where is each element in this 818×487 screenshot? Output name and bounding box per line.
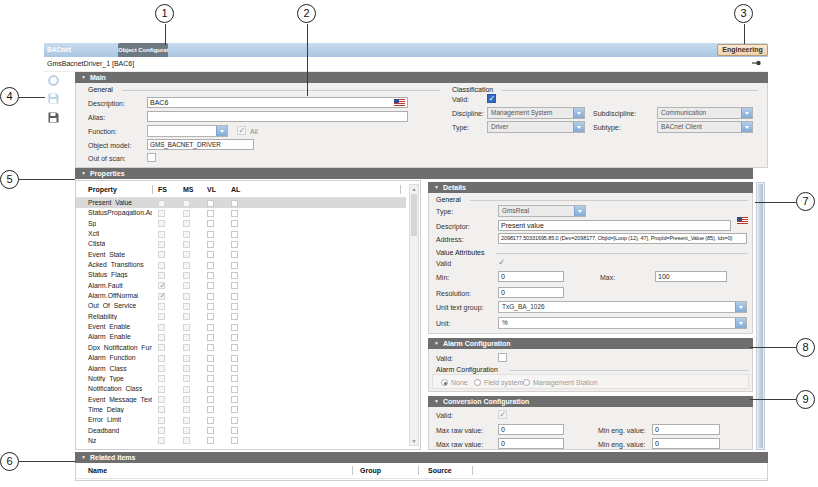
checkbox-vl[interactable]	[207, 293, 214, 300]
checkbox-vl[interactable]	[207, 282, 214, 289]
save-as-icon[interactable]	[47, 111, 60, 124]
table-row[interactable]: Dpx_Notification_Function_S	[76, 343, 406, 353]
table-row[interactable]: Notification_Class	[76, 384, 406, 394]
checkbox-al[interactable]	[231, 417, 238, 424]
out-of-scan-checkbox[interactable]	[147, 153, 156, 162]
checkbox-al[interactable]	[231, 231, 238, 238]
checkbox-ms[interactable]	[183, 406, 190, 413]
checkbox-ms[interactable]	[183, 272, 190, 279]
checkbox-al[interactable]	[231, 334, 238, 341]
checkbox-fs[interactable]	[158, 231, 165, 238]
save-icon[interactable]	[47, 92, 60, 105]
circle-icon[interactable]	[47, 74, 60, 87]
object-model-input[interactable]: GMS_BACNET_DRIVER	[147, 139, 254, 150]
column-header-vl[interactable]: VL	[207, 186, 216, 193]
section-header-conversion-configuration[interactable]: ▼Conversion Configuration	[428, 396, 753, 407]
radio-none[interactable]	[441, 379, 448, 386]
unit-dropdown[interactable]: %	[498, 317, 747, 329]
scroll-up-icon[interactable]: ▲	[410, 185, 418, 193]
checkbox-al[interactable]	[231, 293, 238, 300]
chevron-down-icon[interactable]	[741, 122, 752, 132]
checkbox-fs[interactable]	[158, 262, 165, 269]
checkbox-fs[interactable]	[158, 313, 165, 320]
checkbox-vl[interactable]	[207, 241, 214, 248]
checkbox-fs[interactable]	[158, 427, 165, 434]
checkbox-al[interactable]	[231, 220, 238, 227]
checkbox-ms[interactable]	[183, 282, 190, 289]
table-row[interactable]: Sp	[76, 219, 406, 229]
section-header-details[interactable]: ▼Details	[428, 182, 753, 193]
column-header-name[interactable]: Name	[88, 467, 107, 474]
column-header-ms[interactable]: MS	[183, 186, 194, 193]
subtype-dropdown[interactable]: BACnet Client	[657, 121, 753, 133]
checkbox-vl[interactable]	[207, 231, 214, 238]
checkbox-ms[interactable]	[183, 200, 190, 207]
checkbox-ms[interactable]	[183, 293, 190, 300]
checkbox-vl[interactable]	[207, 437, 214, 444]
checkbox-al[interactable]	[231, 210, 238, 217]
checkbox-ms[interactable]	[183, 231, 190, 238]
table-row[interactable]: Deadband	[76, 426, 406, 436]
checkbox-vl[interactable]	[207, 365, 214, 372]
description-input[interactable]: BAC6	[147, 97, 408, 108]
checkbox-fs[interactable]	[158, 220, 165, 227]
language-flag-icon[interactable]	[737, 217, 748, 224]
pin-icon[interactable]	[752, 59, 762, 67]
checkbox-al[interactable]	[231, 282, 238, 289]
column-header-fs[interactable]: FS	[158, 186, 167, 193]
table-row[interactable]: Reliability	[76, 312, 406, 322]
chevron-down-icon[interactable]	[574, 206, 585, 216]
checkbox-ms[interactable]	[183, 386, 190, 393]
checkbox-fs[interactable]	[158, 272, 165, 279]
engineering-mode-button[interactable]: Engineering	[717, 44, 768, 56]
checkbox-ms[interactable]	[183, 313, 190, 320]
details-scrollbar[interactable]	[756, 182, 765, 450]
checkbox-fs[interactable]	[158, 375, 165, 382]
table-row[interactable]: Alarm.Fault	[76, 281, 406, 291]
table-row[interactable]: Out_Of_Service	[76, 301, 406, 311]
unit-text-group-dropdown[interactable]: TxG_BA_1026	[498, 301, 747, 313]
checkbox-ms[interactable]	[183, 365, 190, 372]
section-header-main[interactable]: ▼Main	[75, 72, 768, 83]
checkbox-fs[interactable]	[158, 334, 165, 341]
checkbox-vl[interactable]	[207, 375, 214, 382]
checkbox-vl[interactable]	[207, 334, 214, 341]
table-row[interactable]: Time_Delay	[76, 405, 406, 415]
table-row[interactable]: Event_State	[76, 250, 406, 260]
conversion-valid-checkbox[interactable]	[498, 410, 507, 419]
table-row[interactable]: Alarm_Function	[76, 353, 406, 363]
table-row[interactable]: Ctlsta	[76, 239, 406, 249]
checkbox-al[interactable]	[231, 313, 238, 320]
checkbox-al[interactable]	[231, 251, 238, 258]
checkbox-ms[interactable]	[183, 396, 190, 403]
checkbox-fs[interactable]	[158, 365, 165, 372]
table-row[interactable]: StatusPropagation.Aggregat	[76, 208, 406, 218]
checkbox-al[interactable]	[231, 272, 238, 279]
type-dropdown[interactable]: Driver	[487, 121, 585, 133]
checkbox-fs[interactable]	[158, 241, 165, 248]
checkbox-fs[interactable]	[158, 344, 165, 351]
address-input[interactable]: 2098177.50331695.85.0 (Dev=2098177, ObjI…	[498, 233, 747, 244]
checkbox-fs[interactable]	[158, 406, 165, 413]
table-row[interactable]: Event_Message_Texts	[76, 395, 406, 405]
checkbox-ms[interactable]	[183, 251, 190, 258]
chevron-down-icon[interactable]	[573, 122, 584, 132]
checkbox-vl[interactable]	[207, 251, 214, 258]
checkbox-vl[interactable]	[207, 220, 214, 227]
table-row[interactable]: Notify_Type	[76, 374, 406, 384]
checkbox-ms[interactable]	[183, 220, 190, 227]
checkbox-fs[interactable]	[158, 396, 165, 403]
section-header-properties[interactable]: ▼Properties	[75, 168, 753, 179]
column-header-property[interactable]: Property	[88, 186, 117, 193]
chevron-down-icon[interactable]	[741, 108, 752, 118]
checkbox-fs[interactable]	[158, 200, 165, 207]
table-row[interactable]: Status_Flags	[76, 270, 406, 280]
chevron-down-icon[interactable]	[573, 108, 584, 118]
table-row[interactable]: Present_Value	[76, 198, 406, 208]
table-row[interactable]: Error_Limit	[76, 415, 406, 425]
checkbox-vl[interactable]	[207, 396, 214, 403]
checkbox-al[interactable]	[231, 437, 238, 444]
column-header-group[interactable]: Group	[360, 467, 381, 474]
checkbox-ms[interactable]	[183, 334, 190, 341]
all-checkbox[interactable]	[237, 126, 246, 135]
